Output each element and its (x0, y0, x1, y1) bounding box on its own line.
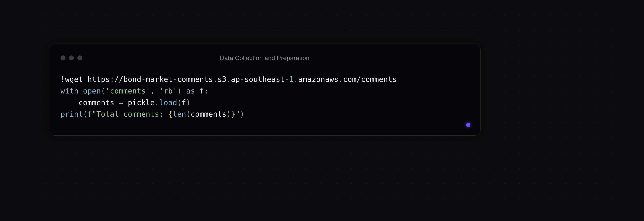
tok (78, 87, 83, 95)
code-block[interactable]: !wget https://bond-market-comments.s3.ap… (60, 74, 469, 120)
tok: . (338, 75, 343, 84)
tok: "Total comments: (92, 110, 168, 118)
code-line-3: comments = pickle.load(f) (60, 98, 190, 107)
tok: ( (186, 110, 190, 118)
code-line-1: !wget https://bond-market-comments.s3.ap… (60, 75, 397, 84)
tok: : (204, 87, 208, 95)
tok: print (60, 110, 83, 118)
tok: ap-southeast- (231, 75, 289, 84)
code-line-4: print(f"Total comments: {len(comments)}"… (60, 110, 244, 118)
tok: " (236, 110, 240, 118)
status-indicator-icon (466, 123, 470, 127)
close-icon[interactable] (60, 56, 66, 60)
tok: len (173, 110, 186, 118)
tok: . (226, 75, 231, 84)
tok: open (83, 87, 101, 95)
tok: ) (240, 110, 244, 118)
traffic-lights (60, 56, 82, 60)
tok: comments (60, 98, 119, 107)
tok: pickle (124, 98, 155, 107)
tok: ( (177, 98, 182, 107)
tok: : (110, 75, 114, 84)
tok: . (213, 75, 217, 84)
tok: with (60, 87, 78, 95)
window-titlebar: Data Collection and Preparation (60, 54, 469, 62)
tok: . (294, 75, 298, 84)
code-window: Data Collection and Preparation !wget ht… (49, 44, 480, 136)
maximize-icon[interactable] (77, 56, 82, 60)
tok: f (195, 87, 204, 95)
tok: f (88, 110, 92, 118)
tok: amazonaws (298, 75, 338, 84)
tok: comments (190, 110, 226, 118)
tok: , (150, 87, 159, 95)
tok: 'rb' (159, 87, 177, 95)
minimize-icon[interactable] (69, 56, 74, 60)
tok: { (168, 110, 173, 118)
tok: com/comments (343, 75, 397, 84)
tok: 1 (289, 75, 294, 84)
tok: = (119, 98, 123, 107)
tok: wget https (65, 75, 110, 84)
tok: ! (60, 75, 65, 84)
tok: load (159, 98, 177, 107)
tok: //bond-market-comments (114, 75, 213, 84)
code-line-2: with open('comments', 'rb') as f: (60, 87, 208, 95)
window-title: Data Collection and Preparation (60, 55, 469, 62)
tok: ( (101, 87, 105, 95)
tok: } (231, 110, 235, 118)
tok: ( (83, 110, 87, 118)
tok: . (155, 98, 159, 107)
tok: ) (186, 98, 190, 107)
tok (182, 87, 186, 95)
tok: as (186, 87, 195, 95)
tok: ) (177, 87, 182, 95)
tok: f (182, 98, 186, 107)
tok: ) (226, 110, 231, 118)
tok: 'comments' (106, 87, 150, 95)
tok: s3 (218, 75, 226, 84)
